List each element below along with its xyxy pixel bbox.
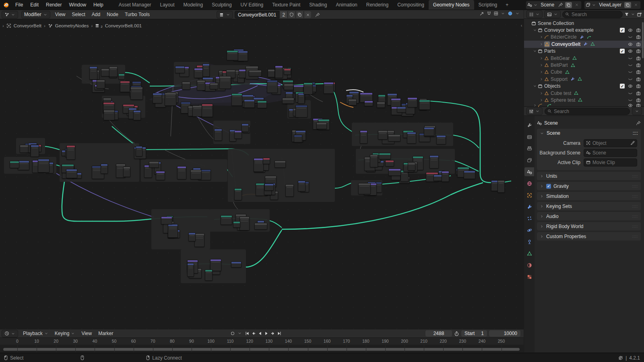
properties-options-button[interactable] [632, 107, 642, 115]
graph-node[interactable] [370, 154, 378, 167]
eye-closed-icon[interactable] [628, 63, 633, 68]
eye-icon[interactable] [628, 84, 633, 88]
graph-node[interactable] [103, 110, 115, 120]
properties-tab-output[interactable] [524, 144, 534, 153]
tab-sculpting[interactable]: Sculpting [207, 0, 236, 10]
eye-closed-icon[interactable] [628, 98, 633, 103]
graph-node[interactable] [234, 130, 242, 139]
exclude-checkbox[interactable]: ✓ [620, 84, 625, 88]
outliner-search-input[interactable]: Search [562, 11, 623, 18]
graph-node[interactable] [123, 167, 130, 177]
jump-to-end-button[interactable] [276, 330, 282, 337]
wrench-icon[interactable] [580, 35, 584, 39]
properties-search-input[interactable]: Search [545, 108, 630, 115]
graph-node[interactable] [239, 216, 250, 230]
ne-menu-select[interactable]: Select [68, 12, 88, 17]
chevron-down-icon[interactable] [501, 11, 505, 16]
camera-icon[interactable] [636, 98, 641, 103]
meshgreen-icon[interactable] [578, 77, 582, 81]
graph-node[interactable] [194, 68, 203, 78]
graph-node[interactable] [242, 123, 249, 132]
outliner-row[interactable]: Support [524, 76, 644, 82]
graph-node[interactable] [161, 216, 172, 224]
graph-node[interactable] [407, 97, 417, 107]
properties-tab-object[interactable] [524, 191, 534, 200]
graph-node[interactable] [219, 76, 231, 89]
node-frame[interactable] [228, 149, 335, 202]
camera-icon[interactable] [636, 77, 641, 82]
wrench-icon[interactable] [570, 77, 575, 81]
graph-node[interactable] [97, 80, 105, 88]
node-group-name-field[interactable]: ConveyorBelt.001 [235, 11, 279, 19]
graph-node[interactable] [188, 232, 196, 241]
graph-node[interactable] [377, 102, 385, 108]
outliner-filter-mode-button[interactable] [544, 10, 561, 18]
eye-closed-icon[interactable] [628, 70, 633, 74]
camera-icon[interactable] [636, 104, 641, 107]
graph-node[interactable] [66, 169, 77, 178]
graph-node[interactable] [153, 93, 162, 103]
camera-icon[interactable] [636, 91, 641, 96]
blender-logo-icon[interactable] [3, 2, 9, 8]
graph-node[interactable] [244, 99, 255, 108]
region-collapse-arrow[interactable]: ‹ [521, 23, 522, 28]
graph-node[interactable] [348, 99, 357, 105]
graph-node[interactable] [89, 66, 97, 80]
panel-drag-dots[interactable]: :::: [632, 234, 638, 239]
collapse-icon[interactable] [533, 84, 537, 88]
chevron-down-icon[interactable] [631, 12, 635, 16]
properties-tab-modifiers[interactable] [524, 202, 534, 211]
menu-window[interactable]: Window [65, 0, 90, 10]
outliner-row[interactable]: BézierCircle [524, 34, 644, 41]
graph-node[interactable] [385, 160, 394, 167]
graph-node[interactable] [133, 110, 141, 120]
mode-dropdown[interactable]: Modifier [21, 11, 50, 19]
graph-node[interactable] [464, 171, 475, 179]
timeline-track[interactable] [0, 345, 524, 352]
panel-drag-dots[interactable]: :::: [632, 174, 638, 178]
outliner-row[interactable]: BeltGear [524, 55, 644, 62]
graph-node[interactable] [156, 171, 165, 180]
tab-compositing[interactable]: Compositing [393, 0, 429, 10]
timeline-menu-playback[interactable]: Playback [20, 331, 52, 336]
graph-node[interactable] [429, 155, 439, 169]
close-icon[interactable] [573, 2, 580, 8]
graph-node[interactable] [298, 93, 305, 104]
outliner-row[interactable]: Scene Collection [524, 20, 644, 27]
graph-node[interactable] [407, 132, 416, 144]
graph-node[interactable] [295, 105, 308, 117]
graph-node[interactable] [233, 221, 240, 228]
outliner-item-label[interactable]: Parts [544, 48, 555, 54]
graph-node[interactable] [358, 183, 371, 194]
graph-node[interactable] [303, 82, 313, 95]
outliner-item-label[interactable]: Scene Collection [538, 21, 574, 26]
close-icon[interactable] [632, 2, 639, 8]
field-background-scene[interactable]: Scene [584, 149, 637, 157]
camera-icon[interactable] [636, 56, 641, 61]
graph-node[interactable] [182, 82, 190, 90]
graph-node[interactable] [388, 169, 401, 176]
tab-geometry-nodes[interactable]: Geometry Nodes [429, 0, 474, 10]
camera-icon[interactable] [636, 35, 641, 39]
outliner-item-label[interactable]: BézierCircle [551, 34, 577, 40]
eye-closed-icon[interactable] [628, 35, 633, 39]
field-active-clip[interactable]: Movie Clip [584, 158, 637, 167]
snap-magnet-icon[interactable] [487, 11, 491, 16]
stopwatch-icon[interactable] [454, 331, 459, 336]
eye-icon[interactable] [628, 104, 633, 107]
viewlayer-selector[interactable]: ViewLayer [584, 1, 641, 9]
outliner-item-label[interactable]: Sphere test [551, 97, 575, 103]
graph-node[interactable] [190, 170, 202, 179]
graph-node[interactable] [298, 181, 305, 191]
tab-scripting[interactable]: Scripting [474, 0, 502, 10]
editor-type-button[interactable] [2, 11, 18, 19]
expand-icon[interactable] [539, 91, 543, 95]
graph-node[interactable] [378, 130, 388, 140]
graph-node[interactable] [360, 130, 367, 144]
expand-icon[interactable] [539, 63, 543, 67]
menu-help[interactable]: Help [90, 0, 107, 10]
outliner-row[interactable] [524, 104, 644, 107]
graph-node[interactable] [38, 159, 50, 173]
graph-node[interactable] [227, 50, 238, 60]
panel-drag-dots[interactable]: :::: [632, 204, 638, 208]
